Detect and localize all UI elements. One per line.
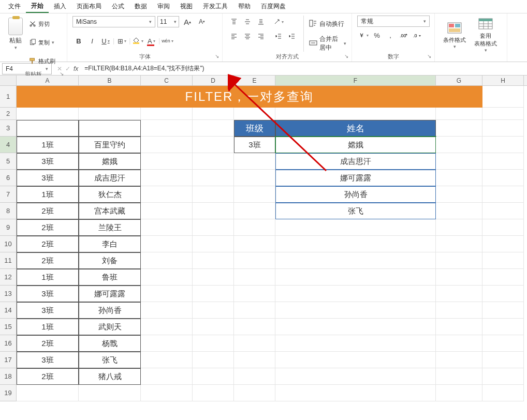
row-header-8[interactable]: 8 xyxy=(0,203,17,219)
cell[interactable] xyxy=(436,352,482,368)
col-header-B[interactable]: B xyxy=(79,76,141,85)
cell[interactable] xyxy=(436,120,482,137)
cell[interactable] xyxy=(141,170,193,186)
cell[interactable] xyxy=(141,269,193,286)
font-size-select[interactable]: 11 ▾ xyxy=(157,16,179,27)
cell[interactable] xyxy=(436,137,482,153)
menu-help[interactable]: 帮助 xyxy=(233,1,256,12)
cell[interactable] xyxy=(193,153,234,170)
menu-home[interactable]: 开始 xyxy=(26,0,49,13)
cell[interactable] xyxy=(482,302,524,319)
row-header-17[interactable]: 17 xyxy=(0,352,17,368)
cell[interactable] xyxy=(193,120,234,137)
lookup-value-cell[interactable]: 3班 xyxy=(234,137,275,153)
active-cell-F4[interactable]: 嫦娥 xyxy=(275,137,436,153)
cell[interactable] xyxy=(482,186,524,203)
right-table-header-class[interactable]: 班级 xyxy=(234,120,275,137)
accept-formula-icon[interactable]: ✓ xyxy=(65,65,70,72)
cell[interactable] xyxy=(193,302,234,319)
cell[interactable] xyxy=(193,286,234,302)
cell[interactable] xyxy=(482,219,524,236)
cell[interactable] xyxy=(193,137,234,153)
cell[interactable] xyxy=(141,286,193,302)
table-cell[interactable]: 1班 xyxy=(17,137,79,153)
cell[interactable] xyxy=(193,219,234,236)
phonetic-button[interactable]: wén▾ xyxy=(161,35,173,47)
fx-icon[interactable]: fx xyxy=(74,65,78,72)
align-bottom-button[interactable] xyxy=(255,16,267,28)
cell[interactable] xyxy=(193,269,234,286)
wrap-text-button[interactable]: 自动换行 xyxy=(309,16,346,32)
col-header-F[interactable]: F xyxy=(275,76,436,85)
cell[interactable] xyxy=(193,335,234,352)
row-header-4[interactable]: 4 xyxy=(0,137,17,153)
cell[interactable] xyxy=(193,203,234,219)
title-merged-cell[interactable]: FILTER，一对多查询 xyxy=(17,86,482,108)
cell[interactable] xyxy=(234,319,275,335)
align-left-button[interactable] xyxy=(228,30,240,42)
spill-cell[interactable]: 孙尚香 xyxy=(275,186,436,203)
cell[interactable] xyxy=(436,385,482,401)
row-header-9[interactable]: 9 xyxy=(0,219,17,236)
cell[interactable] xyxy=(141,385,193,401)
cell[interactable] xyxy=(193,108,234,120)
menu-review[interactable]: 审阅 xyxy=(152,1,175,12)
cell[interactable] xyxy=(436,269,482,286)
cell[interactable] xyxy=(482,236,524,252)
cell[interactable] xyxy=(193,252,234,269)
merge-center-button[interactable]: 合并后居中 ▾ xyxy=(309,35,346,52)
row-header-11[interactable]: 11 xyxy=(0,252,17,269)
increase-indent-button[interactable] xyxy=(286,30,298,42)
fill-color-button[interactable]: ▾ xyxy=(131,35,144,47)
align-right-button[interactable] xyxy=(255,30,267,42)
cell[interactable] xyxy=(275,335,436,352)
cell[interactable] xyxy=(436,170,482,186)
cell[interactable] xyxy=(275,219,436,236)
cell[interactable] xyxy=(482,170,524,186)
cell[interactable] xyxy=(234,368,275,385)
row-header-16[interactable]: 16 xyxy=(0,335,17,352)
cell[interactable] xyxy=(275,108,436,120)
cell[interactable] xyxy=(234,385,275,401)
table-cell[interactable]: 兰陵王 xyxy=(79,219,141,236)
cell[interactable] xyxy=(141,236,193,252)
table-cell[interactable]: 2班 xyxy=(17,236,79,252)
cell[interactable] xyxy=(234,269,275,286)
menu-view[interactable]: 视图 xyxy=(175,1,198,12)
table-cell[interactable]: 3班 xyxy=(17,170,79,186)
table-cell[interactable]: 2班 xyxy=(17,368,79,385)
row-header-5[interactable]: 5 xyxy=(0,153,17,170)
paste-button[interactable]: 粘贴 ▾ xyxy=(5,16,26,52)
orientation-button[interactable]: ▾ xyxy=(272,16,285,28)
row-header-13[interactable]: 13 xyxy=(0,286,17,302)
cell[interactable] xyxy=(141,302,193,319)
merge-dropdown-icon[interactable]: ▾ xyxy=(344,41,346,46)
table-cell[interactable]: 娜可露露 xyxy=(79,286,141,302)
row-header-6[interactable]: 6 xyxy=(0,170,17,186)
cell[interactable] xyxy=(141,319,193,335)
table-style-button[interactable]: 套用 表格格式 ▾ xyxy=(471,16,500,54)
decrease-indent-button[interactable] xyxy=(272,30,285,42)
row-header-15[interactable]: 15 xyxy=(0,319,17,335)
menu-file[interactable]: 文件 xyxy=(3,1,26,12)
cell[interactable] xyxy=(141,203,193,219)
decrease-decimal-button[interactable]: .0 xyxy=(411,29,423,41)
table-cell[interactable]: 2班 xyxy=(17,252,79,269)
cell[interactable] xyxy=(141,335,193,352)
select-all-corner[interactable] xyxy=(0,76,17,85)
table-cell[interactable]: 鲁班 xyxy=(79,269,141,286)
table-cell[interactable]: 3班 xyxy=(17,153,79,170)
cell[interactable] xyxy=(436,153,482,170)
formula-input[interactable]: =FILTER(B4:B18,A4:A18=E4,"找不到结果") xyxy=(81,63,527,74)
conditional-format-button[interactable]: 条件格式 ▾ xyxy=(440,16,469,54)
cell[interactable] xyxy=(275,352,436,368)
cell[interactable] xyxy=(275,368,436,385)
col-header-C[interactable]: C xyxy=(141,76,193,85)
right-table-header-name[interactable]: 姓名 xyxy=(275,120,436,137)
menu-developer[interactable]: 开发工具 xyxy=(198,1,233,12)
table-cell[interactable]: 宫本武藏 xyxy=(79,203,141,219)
menu-data[interactable]: 数据 xyxy=(129,1,152,12)
row-header-18[interactable]: 18 xyxy=(0,368,17,385)
cell[interactable] xyxy=(193,236,234,252)
col-header-H[interactable]: H xyxy=(482,76,524,85)
